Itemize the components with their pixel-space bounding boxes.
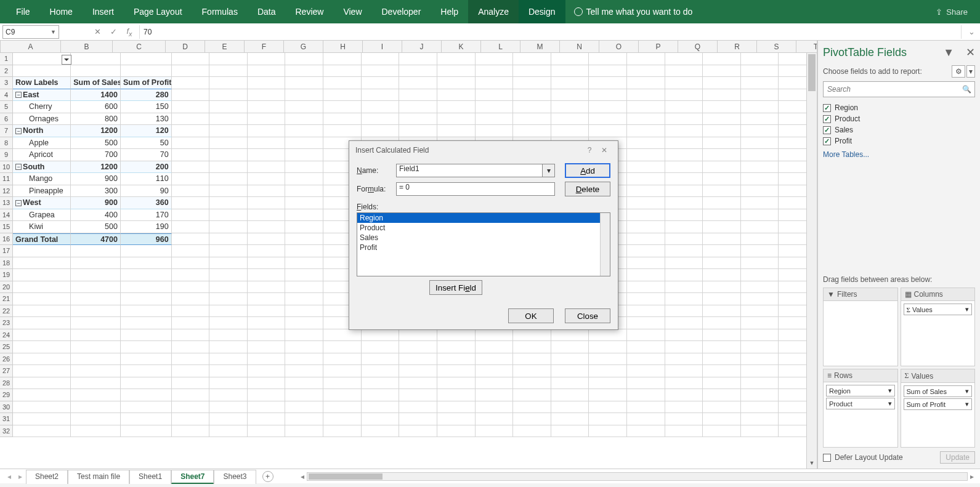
cell[interactable]	[476, 89, 514, 102]
row-header[interactable]: 31	[0, 413, 13, 425]
cell[interactable]	[71, 353, 121, 366]
cell[interactable]	[627, 401, 665, 414]
column-header[interactable]: R	[718, 41, 757, 52]
pivot-sales-header[interactable]: Sum of Sales	[71, 77, 121, 89]
cell[interactable]	[285, 197, 323, 209]
cell[interactable]	[248, 113, 286, 126]
cell[interactable]	[703, 65, 741, 78]
cell[interactable]	[665, 233, 703, 246]
cell[interactable]	[71, 293, 121, 305]
values-area[interactable]: ΣValues Sum of Sales▾Sum of Profit▾	[901, 369, 976, 448]
column-header[interactable]: E	[205, 41, 245, 52]
column-header[interactable]: N	[560, 41, 599, 52]
cell[interactable]	[323, 365, 362, 377]
cell[interactable]	[627, 389, 665, 401]
cell[interactable]	[665, 401, 703, 414]
cell[interactable]	[627, 185, 665, 198]
cell[interactable]	[172, 233, 210, 246]
row-header[interactable]: 13	[0, 197, 13, 209]
rows-area[interactable]: ≡Rows Region▾Product▾	[823, 369, 898, 448]
cell[interactable]	[362, 389, 400, 401]
cell[interactable]	[248, 413, 286, 425]
cell[interactable]	[362, 341, 400, 353]
sheet-tab-sheet2[interactable]: Sheet2	[26, 470, 68, 484]
cell[interactable]	[248, 305, 286, 318]
cell[interactable]	[589, 389, 627, 401]
pivot-row-label[interactable]: −West	[13, 197, 71, 209]
cell[interactable]	[703, 149, 741, 161]
cell[interactable]	[627, 221, 665, 233]
row-header[interactable]: 17	[0, 245, 13, 257]
cell[interactable]	[172, 269, 210, 281]
cell[interactable]	[627, 377, 665, 390]
ribbon-tab-design[interactable]: Design	[519, 0, 565, 23]
cell[interactable]	[741, 329, 779, 342]
values-pill[interactable]: Sum of Profit▾	[904, 398, 973, 410]
cell[interactable]	[172, 149, 210, 161]
cell[interactable]	[627, 149, 665, 161]
cell[interactable]	[323, 113, 362, 126]
field-option-product[interactable]: Product	[357, 223, 610, 233]
ribbon-tab-home[interactable]: Home	[40, 0, 83, 23]
cell[interactable]	[437, 365, 476, 377]
cell[interactable]	[513, 413, 551, 425]
cell[interactable]	[703, 257, 741, 270]
cell[interactable]	[665, 197, 703, 209]
pivot-grand-total-profit[interactable]: 960	[121, 233, 172, 246]
cell[interactable]	[437, 341, 476, 353]
cell[interactable]	[285, 329, 323, 342]
pivot-sales-value[interactable]: 600	[71, 101, 121, 113]
cell[interactable]	[399, 389, 437, 401]
cell[interactable]	[285, 221, 323, 233]
cell[interactable]	[285, 425, 323, 438]
pivot-row-label[interactable]: −North	[13, 125, 71, 137]
cell[interactable]	[285, 161, 323, 174]
cell[interactable]	[172, 425, 210, 438]
pivot-sales-value[interactable]: 300	[71, 185, 121, 198]
cell[interactable]	[703, 329, 741, 342]
row-header[interactable]: 8	[0, 137, 13, 150]
cell[interactable]	[209, 65, 248, 78]
field-option-region[interactable]: Region	[357, 213, 610, 223]
cell[interactable]	[551, 389, 589, 401]
cell[interactable]	[665, 353, 703, 366]
cell[interactable]	[209, 125, 248, 137]
cell[interactable]	[589, 113, 627, 126]
cell[interactable]	[741, 425, 779, 438]
cell[interactable]	[589, 425, 627, 438]
pivot-row-label[interactable]: Apple	[13, 137, 71, 150]
chevron-down-icon[interactable]: ▾	[965, 400, 969, 408]
cell[interactable]	[172, 245, 210, 257]
cell[interactable]	[627, 413, 665, 425]
cell[interactable]	[589, 77, 627, 89]
cell[interactable]	[665, 329, 703, 342]
cell[interactable]	[665, 185, 703, 198]
cell[interactable]	[285, 53, 323, 65]
row-header[interactable]: 15	[0, 221, 13, 233]
pivot-row-label[interactable]: Cherry	[13, 101, 71, 113]
cell[interactable]	[703, 281, 741, 294]
cell[interactable]	[551, 377, 589, 390]
cell[interactable]	[741, 101, 779, 113]
cell[interactable]	[323, 389, 362, 401]
column-header[interactable]: Q	[678, 41, 718, 52]
cell[interactable]	[362, 329, 400, 342]
cell[interactable]	[285, 341, 323, 353]
pivot-sales-value[interactable]: 800	[71, 113, 121, 126]
row-labels-filter-icon[interactable]	[62, 55, 71, 65]
horizontal-scrollbar[interactable]	[307, 472, 968, 481]
cell[interactable]	[703, 269, 741, 281]
cell[interactable]	[362, 125, 400, 137]
cell[interactable]	[589, 89, 627, 102]
cell[interactable]	[437, 401, 476, 414]
field-checkbox-sales[interactable]: ✓Sales	[823, 124, 975, 135]
cell[interactable]	[172, 341, 210, 353]
row-header[interactable]: 4	[0, 89, 13, 102]
cell[interactable]	[627, 125, 665, 137]
scroll-thumb[interactable]	[808, 54, 816, 91]
cell[interactable]	[513, 65, 551, 78]
cell[interactable]	[209, 173, 248, 185]
cell[interactable]	[627, 365, 665, 377]
ribbon-tab-review[interactable]: Review	[286, 0, 334, 23]
cell[interactable]	[551, 329, 589, 342]
